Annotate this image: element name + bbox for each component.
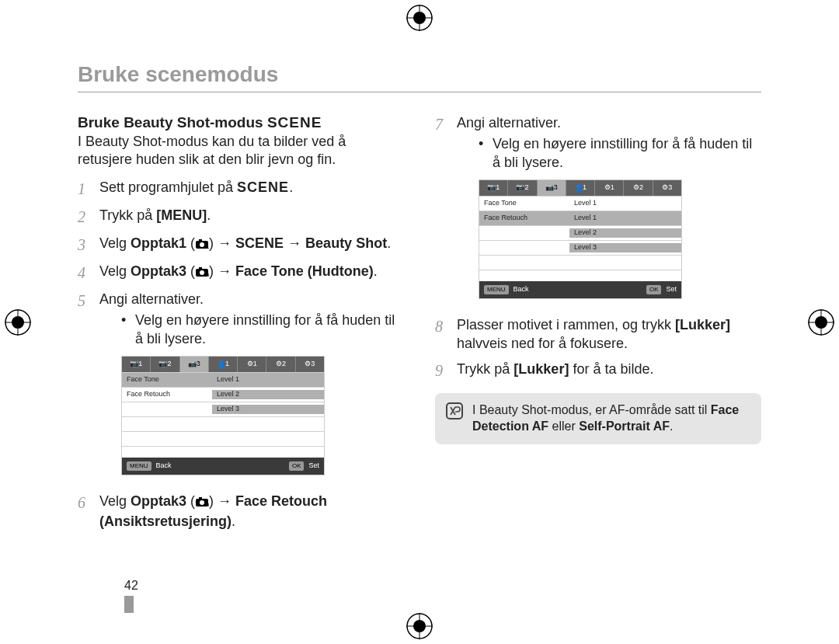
step-text: ) → (209, 493, 235, 509)
section-heading: Bruke Beauty Shot-modus SCENE (78, 114, 404, 131)
step-text: Sett programhjulet på (99, 179, 237, 195)
menu-key-label: [MENU] (156, 207, 207, 223)
lcd-tab: ⚙ 1 (595, 180, 624, 196)
svg-point-18 (200, 242, 204, 247)
bold-label: Self-Portrait AF (579, 419, 670, 433)
lcd-tab: 📷 1 (122, 357, 151, 372)
lcd-row (122, 431, 324, 446)
lcd-row (122, 416, 324, 431)
step-text: ( (186, 263, 195, 279)
ok-key-icon: OK (646, 285, 662, 294)
bold-label: Opptak3 (131, 493, 186, 509)
step-text: Plasser motivet i rammen, og trykk (457, 317, 675, 332)
lcd-row (122, 446, 324, 458)
lcd-row: Face RetouchLevel 2 (122, 387, 324, 402)
scene-badge: SCENE (267, 114, 322, 131)
crop-mark-icon (406, 5, 433, 31)
lcd-row: Level 2 (479, 225, 681, 240)
lcd-row: Face ToneLevel 1 (122, 372, 324, 387)
step-3: Velg Opptak1 (1) → SCENE → Beauty Shot. (78, 235, 404, 255)
crop-mark-icon (406, 613, 433, 639)
lcd-tab: 📷 1 (479, 180, 508, 196)
step-text: Angi alternativer. (457, 115, 561, 131)
step-1: Sett programhjulet på SCENE. (78, 179, 404, 199)
left-column: Bruke Beauty Shot-modus SCENE I Beauty S… (78, 114, 404, 538)
page-number-tab (124, 596, 134, 613)
step-text: Velg (99, 493, 131, 509)
bold-label: SCENE (235, 235, 284, 251)
step-text: . (207, 207, 211, 223)
step-9: Trykk på [Lukker] for å ta bilde. (435, 360, 761, 381)
bold-label: Opptak3 (131, 263, 186, 279)
lcd-tabs: 📷 1 📷 2 📷 3 👤 1 ⚙ 1 ⚙ 2 ⚙ 3 (122, 357, 324, 372)
note-icon (446, 402, 463, 419)
lcd-bar-label: Back (513, 285, 529, 294)
bold-label: Opptak1 (131, 235, 186, 251)
lcd-row: Face RetouchLevel 1 (479, 211, 681, 225)
step-2: Trykk på [MENU]. (78, 207, 404, 227)
lcd-bar-label: Set (308, 461, 319, 471)
lcd-tab: ⚙ 2 (624, 180, 653, 196)
menu-key-icon: MENU (127, 461, 151, 471)
step-text: Velg (99, 235, 131, 251)
svg-point-26 (200, 500, 204, 505)
step-text: . (232, 513, 235, 529)
ok-key-icon: OK (289, 461, 305, 471)
section-intro: I Beauty Shot-modus kan du ta bilder ved… (78, 133, 404, 168)
bullet-text: Velg en høyere innstilling for å få hude… (135, 312, 404, 348)
lcd-row: Face ToneLevel 1 (479, 196, 681, 211)
lcd-tab: ⚙ 3 (296, 357, 324, 372)
step-text: . (374, 263, 378, 279)
lcd-tab: ⚙ 3 (653, 180, 681, 196)
bold-label: Face Tone (Hudtone) (235, 263, 374, 279)
section-heading-text: Bruke Beauty Shot-modus (78, 114, 263, 131)
step-5: Angi alternativer. Velg en høyere innsti… (78, 291, 404, 485)
step-text: . (289, 179, 293, 195)
svg-rect-17 (199, 239, 202, 242)
camera-lcd-1: 📷 1 📷 2 📷 3 👤 1 ⚙ 1 ⚙ 2 ⚙ 3 Face ToneLev… (121, 356, 325, 475)
lcd-tab-active: 📷 3 (538, 180, 566, 196)
camera-lcd-2: 📷 1 📷 2 📷 3 👤 1 ⚙ 1 ⚙ 2 ⚙ 3 Face ToneLev… (479, 179, 682, 299)
note-box: I Beauty Shot-modus, er AF-område satt t… (435, 393, 761, 444)
lcd-tab: 📷 2 (508, 180, 537, 196)
page-number-text: 42 (124, 579, 138, 592)
step-text: Trykk på (99, 207, 156, 223)
note-text: I Beauty Shot-modus, er AF-område satt t… (472, 402, 750, 435)
step-text: ( (186, 493, 195, 509)
lcd-bottom-bar: MENUBack OKSet (122, 458, 324, 475)
step-4: Velg Opptak3 (3) → Face Tone (Hudtone). (78, 263, 404, 283)
menu-key-icon: MENU (484, 285, 509, 294)
bullet-text: Velg en høyere innstilling for å få hude… (493, 135, 761, 172)
step-text: halvveis ned for å fokusere. (457, 336, 628, 351)
step-5-bullet: Velg en høyere innstilling for å få hude… (121, 312, 404, 348)
lcd-bar-label: Set (666, 285, 677, 294)
step-text: . (387, 235, 391, 251)
lcd-row (479, 255, 681, 270)
page-number: 42 (124, 579, 138, 613)
svg-rect-21 (199, 267, 202, 270)
page-title: Bruke scenemodus (78, 62, 761, 92)
step-text: Trykk på (457, 361, 513, 377)
lcd-tab: ⚙ 1 (238, 357, 266, 372)
step-8: Plasser motivet i rammen, og trykk [Lukk… (435, 316, 761, 353)
lcd-tab-active: 📷 3 (180, 357, 209, 372)
crop-mark-icon (808, 309, 834, 336)
step-text: → (284, 235, 305, 251)
bold-label: [Lukker] (675, 317, 730, 332)
camera-icon: 3 (195, 264, 209, 282)
step-text: ( (186, 235, 195, 251)
step-list: Sett programhjulet på SCENE. Trykk på [M… (78, 179, 404, 531)
step-list: Angi alternativer. Velg en høyere innsti… (435, 114, 761, 381)
lcd-tab: 👤 1 (209, 357, 238, 372)
scene-word: SCENE (237, 179, 289, 195)
manual-page: Bruke scenemodus Bruke Beauty Shot-modus… (0, 0, 839, 644)
step-6: Velg Opptak3 (3) → Face Retouch (Ansikts… (78, 493, 404, 531)
lcd-row: Level 3 (479, 240, 681, 255)
svg-rect-25 (199, 497, 202, 500)
content-columns: Bruke Beauty Shot-modus SCENE I Beauty S… (78, 114, 761, 538)
step-text: ) → (209, 235, 235, 251)
lcd-tab: 📷 2 (151, 357, 179, 372)
right-column: Angi alternativer. Velg en høyere innsti… (435, 114, 761, 538)
step-text: Angi alternativer. (99, 291, 204, 307)
bold-label: [Lukker] (513, 361, 569, 377)
